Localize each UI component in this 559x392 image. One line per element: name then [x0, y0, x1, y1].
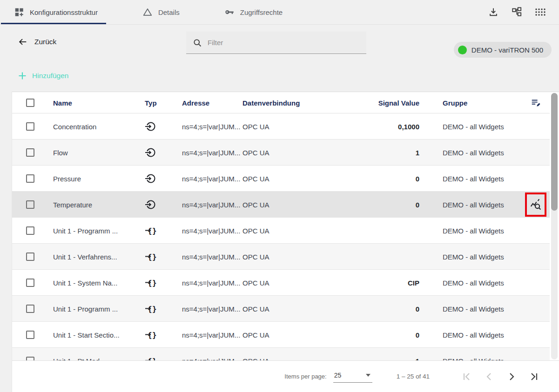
cell-datenverbindung: OPC UA [242, 123, 331, 131]
row-checkbox-cell [12, 357, 53, 360]
column-header-typ[interactable]: Typ [145, 99, 182, 107]
cell-adresse: ns=4;s=|var|JUM... [182, 149, 242, 157]
add-button[interactable]: Hinzufügen [18, 71, 68, 80]
table-row[interactable]: Flow { } ns=4;s=|var|JUM... OPC UA 1 [12, 140, 550, 166]
add-row: Hinzufügen [0, 65, 559, 92]
table-row[interactable]: Unit 1 - Pt Mod... { } ns=4;s=|var|JUM..… [12, 348, 550, 360]
column-header-signal-value[interactable]: Signal Value [331, 99, 423, 107]
page-size-select[interactable]: 25 [333, 371, 372, 383]
search-icon [193, 38, 202, 47]
last-page-button[interactable] [528, 371, 539, 382]
cell-action [521, 192, 550, 218]
table-row[interactable]: Unit 1 - System Na... { } ns=4;s=|var|JU… [12, 270, 550, 296]
cell-datenverbindung: OPC UA [242, 305, 331, 313]
cell-typ: { } [145, 147, 182, 158]
braces-input-icon: { } [145, 355, 182, 360]
cell-gruppe: DEMO - all Widgets [423, 201, 521, 209]
column-header-name[interactable]: Name [53, 99, 145, 107]
row-checkbox[interactable] [26, 252, 34, 261]
filter-input[interactable] [208, 39, 360, 47]
table-row[interactable]: Concentration { } ns=4;s=|var|JUM... OPC… [12, 113, 550, 140]
table-row[interactable]: Pressure { } ns=4;s=|var|JUM... OPC UA [12, 166, 550, 192]
cell-name: Concentration [53, 123, 145, 131]
schema-icon[interactable] [512, 7, 522, 17]
previous-page-button[interactable] [484, 371, 495, 382]
next-page-button[interactable] [506, 371, 517, 382]
cell-datenverbindung: OPC UA [242, 279, 331, 287]
cell-name: Unit 1 - Verfahrens... [53, 253, 145, 261]
cell-action [521, 113, 550, 140]
cell-datenverbindung: OPC UA [242, 331, 331, 339]
vertical-scrollbar-thumb[interactable] [551, 93, 558, 211]
cell-datenverbindung: OPC UA [242, 357, 331, 361]
select-all-checkbox[interactable] [26, 99, 34, 107]
row-checkbox[interactable] [26, 174, 34, 183]
signals-table: Name Typ Adresse Datenverbindung Signal … [12, 92, 559, 392]
cell-gruppe: DEMO - all Widgets [423, 175, 521, 183]
chevron-down-icon [366, 374, 370, 377]
row-checkbox[interactable] [26, 122, 34, 131]
items-per-page-label: Items per page: [284, 373, 326, 380]
column-header-datenverbindung[interactable]: Datenverbindung [242, 99, 331, 107]
cell-adresse: ns=4;s=|var|JUM... [182, 123, 242, 131]
tab-label: Konfigurationsstruktur [30, 8, 98, 16]
table-row[interactable]: Unit 1 - Programm ... { } ns=4;s=|var|JU… [12, 296, 550, 322]
edit-note-icon [531, 98, 541, 108]
back-button[interactable]: Zurück [18, 37, 56, 47]
row-checkbox[interactable] [26, 357, 34, 360]
key-icon [224, 7, 235, 17]
arrow-left-icon [18, 37, 28, 47]
download-icon[interactable] [488, 7, 498, 17]
signal-input-icon [145, 173, 182, 184]
cell-signal-value: 0 [331, 331, 423, 339]
device-status-pill[interactable]: DEMO - variTRON 500 [454, 42, 552, 58]
table-row[interactable]: Temperature { } ns=4;s=|var|JUM... OPC U… [12, 192, 550, 218]
page-size-value: 25 [334, 372, 342, 379]
cell-adresse: ns=4;s=|var|JUM... [182, 331, 242, 339]
tab-zugriffsrechte[interactable]: Zugriffsrechte [213, 0, 294, 24]
query-stats-icon[interactable] [530, 199, 542, 211]
signal-input-icon [145, 121, 182, 132]
column-header-adresse[interactable]: Adresse [182, 99, 242, 107]
row-checkbox-cell [12, 331, 53, 339]
row-checkbox[interactable] [26, 279, 34, 287]
cell-typ: { } [145, 303, 182, 314]
row-checkbox-cell [12, 226, 53, 235]
row-checkbox[interactable] [26, 305, 34, 313]
table-row[interactable]: Unit 1 - Programm ... { } ns=4;s=|var|JU… [12, 218, 550, 244]
cell-datenverbindung: OPC UA [242, 253, 331, 261]
apps-grid-icon[interactable] [535, 8, 546, 16]
table-row[interactable]: Unit 1 - Start Sectio... { } ns=4;s=|var… [12, 322, 550, 348]
row-checkbox[interactable] [26, 331, 34, 339]
warning-triangle-icon [142, 7, 153, 17]
cell-typ: { } [145, 121, 182, 132]
cell-gruppe: DEMO - all Widgets [423, 227, 521, 235]
cell-action [521, 322, 550, 348]
braces-input-icon: { } [145, 225, 182, 236]
row-checkbox-cell [12, 252, 53, 261]
braces-input-icon: { } [145, 303, 182, 314]
svg-text:}: } [152, 305, 157, 313]
row-checkbox[interactable] [26, 148, 34, 157]
row-checkbox[interactable] [26, 226, 34, 235]
tab-konfigurationsstruktur[interactable]: Konfigurationsstruktur [0, 0, 109, 24]
cell-signal-value: 0 [331, 305, 423, 313]
tab-label: Zugriffsrechte [240, 8, 283, 16]
cell-typ: { } [145, 199, 182, 210]
cell-datenverbindung: OPC UA [242, 149, 331, 157]
column-header-gruppe[interactable]: Gruppe [423, 99, 521, 107]
filter-field[interactable] [186, 32, 366, 54]
edit-columns-button[interactable] [521, 92, 550, 113]
first-page-button[interactable] [461, 371, 472, 382]
table-row[interactable]: Unit 1 - Verfahrens... { } ns=4;s=|var|J… [12, 244, 550, 270]
row-checkbox[interactable] [26, 200, 34, 209]
cell-typ: { } [145, 173, 182, 184]
vertical-scrollbar-track[interactable] [551, 93, 558, 359]
row-checkbox-cell [12, 174, 53, 183]
page-range-label: 1 – 25 of 41 [397, 373, 430, 380]
row-checkbox-cell [12, 148, 53, 157]
row-checkbox-cell [12, 200, 53, 209]
cell-signal-value: 0 [331, 175, 423, 183]
svg-text:}: } [152, 226, 157, 235]
tab-details[interactable]: Details [131, 0, 191, 24]
